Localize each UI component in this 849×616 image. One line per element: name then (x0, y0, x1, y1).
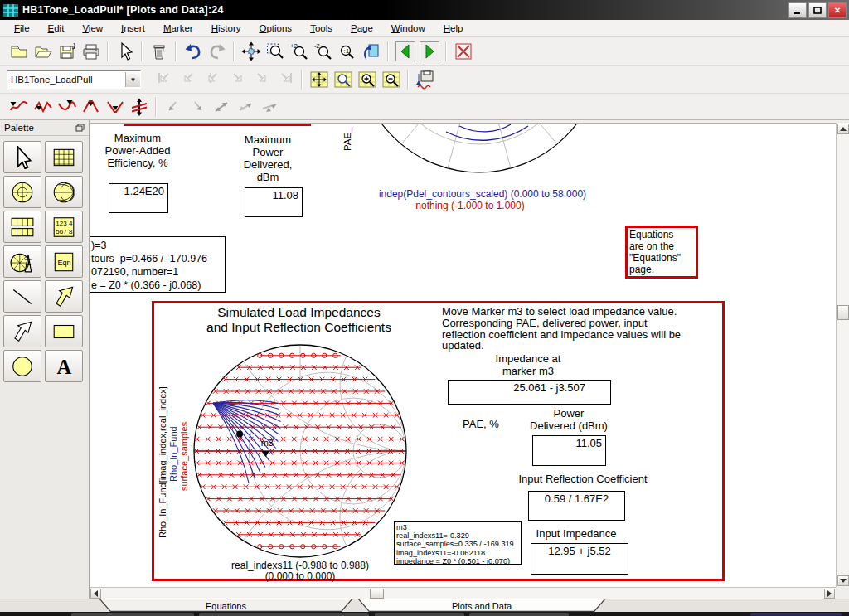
menu-tools[interactable]: Tools (301, 22, 342, 35)
pae-contours-polar-plot[interactable] (357, 124, 638, 185)
palette-float-icon[interactable] (75, 124, 85, 132)
m3-dot[interactable] (236, 431, 243, 438)
zoom-out-button[interactable]: -2 (312, 41, 334, 63)
menu-page[interactable]: Page (342, 22, 382, 35)
save-button[interactable] (56, 41, 78, 63)
palette-text-button[interactable]: A (45, 350, 83, 382)
m3-marker-box[interactable]: m3real_indexs11=-0.329surface_samples=0.… (394, 521, 522, 565)
redo-button[interactable] (206, 41, 228, 63)
zoom-in-button[interactable]: +2 (288, 41, 310, 63)
loadpull-title: Simulated Load Impedances and Input Refl… (168, 305, 429, 334)
max-power-value-box[interactable]: 11.08 (245, 187, 303, 217)
polar-ylabel: PAE_ (342, 127, 352, 151)
save-plot-data-button[interactable] (414, 69, 436, 91)
marker-prev-page-button[interactable] (177, 69, 200, 91)
maximize-button[interactable] (808, 2, 827, 18)
marker-last-button[interactable] (274, 69, 296, 91)
toolbar-separator (141, 41, 143, 61)
data-display-canvas[interactable]: Maximum Power-Added Efficiency, % 1.24E2… (90, 123, 836, 587)
menu-history[interactable]: History (202, 22, 250, 35)
palette-stacked-plot-button[interactable]: 123 4567 8 (45, 211, 83, 243)
menu-file[interactable]: File (5, 22, 39, 35)
scroll-down-button[interactable] (837, 575, 849, 586)
palette-rectangle-button[interactable] (45, 315, 83, 347)
menu-options[interactable]: Options (250, 22, 301, 35)
refl-value-box[interactable]: 0.59 / 1.67E2 (528, 491, 625, 521)
horizontal-scroll-thumb[interactable] (370, 589, 384, 599)
power-heading: Power Delivered (dBm) (507, 407, 631, 432)
plot-zoom-in-button[interactable] (356, 69, 378, 91)
dataset-dropdown[interactable]: HB1Tone_LoadPull ▼ (7, 70, 141, 89)
trace-bus-button[interactable] (128, 95, 150, 118)
palette-line-button[interactable] (3, 280, 41, 313)
palette-arrow-solid-button[interactable] (45, 280, 83, 313)
trace-spline-button[interactable] (7, 95, 30, 118)
page-back-button[interactable] (394, 41, 416, 63)
trace-prev-disabled-button[interactable] (162, 95, 184, 118)
close-red-x-button[interactable] (452, 41, 474, 63)
palette-circle-button[interactable] (3, 350, 41, 382)
menu-window[interactable]: Window (382, 22, 434, 35)
clipped-marker-box[interactable]: )=3tours_p=0.466 / -170.976072190, numbe… (90, 236, 226, 293)
tab-equations[interactable]: Equations (99, 599, 352, 612)
palette-eqn-button[interactable]: Eqn (45, 245, 83, 278)
new-file-button[interactable] (7, 41, 30, 63)
vertical-scroll-thumb[interactable] (837, 305, 849, 320)
trace-zigzag-button[interactable] (32, 95, 54, 118)
menu-view[interactable]: View (73, 22, 112, 35)
print-button[interactable] (80, 41, 102, 63)
move-view-button[interactable] (240, 41, 262, 63)
marker-next-page-button[interactable] (250, 69, 272, 91)
palette-list-plot-button[interactable] (3, 211, 41, 243)
equations-note-box[interactable]: Equations are on the "Equations" page. (625, 226, 698, 279)
palette-antenna-plot-button[interactable] (3, 245, 41, 278)
marker-first-button[interactable] (153, 69, 176, 91)
zoom-reset-button[interactable]: :1 (336, 41, 358, 63)
open-file-button[interactable] (32, 41, 54, 63)
plot-pan-button[interactable] (308, 69, 330, 91)
palette-polar-plot-button[interactable] (3, 176, 41, 208)
palette-arrow-outline-button[interactable] (3, 315, 41, 347)
m3-marker-label[interactable]: m3 (261, 438, 274, 448)
delete-item-button[interactable] (148, 41, 170, 63)
dropdown-arrow-icon[interactable]: ▼ (125, 72, 140, 87)
trace-swap2-disabled-button[interactable] (234, 95, 256, 118)
trace-valley-button[interactable] (104, 95, 126, 118)
menu-marker[interactable]: Marker (154, 22, 202, 35)
view-page-button[interactable] (360, 41, 382, 63)
zoom-area-button[interactable] (264, 41, 286, 63)
palette-smith-plot-button[interactable] (45, 176, 83, 208)
plot-zoom-out-button[interactable] (380, 69, 402, 91)
trace-smooth-button[interactable] (56, 95, 78, 118)
max-pae-value-box[interactable]: 1.24E20 (109, 183, 168, 213)
trace-swap3-disabled-button[interactable] (258, 95, 280, 118)
minimize-button[interactable] (788, 2, 807, 18)
plot-zoom-area-button[interactable] (332, 69, 354, 91)
horizontal-scrollbar[interactable] (90, 587, 836, 599)
undo-button[interactable] (182, 41, 204, 63)
menu-edit[interactable]: Edit (39, 22, 74, 35)
tab-plots-and-data[interactable]: Plots and Data (358, 599, 605, 612)
close-button[interactable]: ✕ (828, 2, 847, 18)
power-value-box[interactable]: 11.05 (532, 435, 606, 466)
scroll-right-button[interactable] (824, 589, 835, 599)
trace-next-disabled-button[interactable] (186, 95, 208, 118)
palette-rect-plot-button[interactable] (45, 141, 83, 173)
marker-next-button[interactable] (226, 69, 248, 91)
marker-prev-button[interactable] (201, 69, 224, 91)
scroll-left-button[interactable] (90, 589, 101, 599)
vertical-scrollbar[interactable] (836, 123, 849, 587)
palette-pointer-button[interactable] (3, 141, 41, 173)
trace-peak-button[interactable] (80, 95, 102, 118)
menu-insert[interactable]: Insert (112, 22, 154, 35)
m3-triangle-marker[interactable] (262, 451, 269, 457)
trace-swap-disabled-button[interactable] (210, 95, 232, 118)
impedance-value-box[interactable]: 25.061 - j3.507 (448, 380, 611, 405)
loadpull-smith-chart[interactable]: m3 (184, 335, 416, 567)
page-forward-button[interactable] (418, 41, 440, 63)
menu-help[interactable]: Help (434, 22, 473, 35)
app-window: HB1Tone_LoadPull* [Plots and Data]:24 ✕ … (0, 0, 849, 616)
zin-value-box[interactable]: 12.95 + j5.52 (531, 543, 628, 575)
scroll-up-button[interactable] (837, 124, 849, 134)
pointer-tool-button[interactable] (114, 41, 136, 63)
